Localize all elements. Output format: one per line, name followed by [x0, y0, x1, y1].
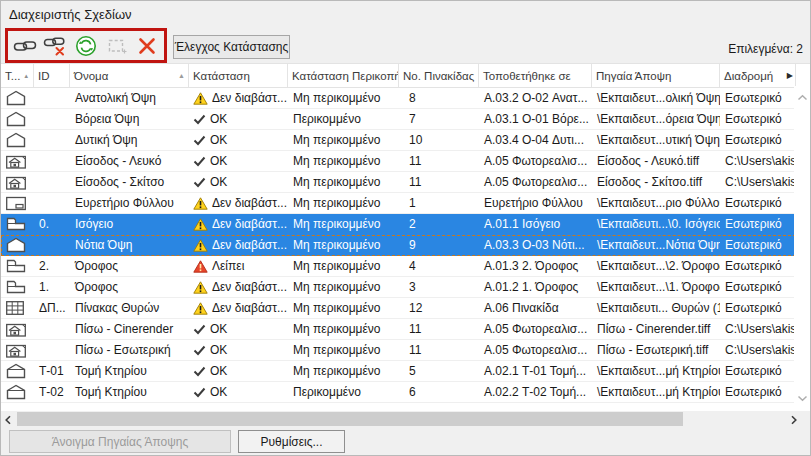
- cell-id: [34, 235, 70, 255]
- column-header-name[interactable]: Όνομα ▲: [70, 64, 189, 87]
- cell-placed-on: A.03.2 O-02 Ανατ...: [479, 88, 592, 108]
- chevron-up-icon[interactable]: [797, 90, 808, 104]
- crop-drawing-button[interactable]: [103, 33, 131, 59]
- ok-status-icon: [193, 156, 206, 167]
- delete-drawing-button[interactable]: [133, 33, 161, 59]
- cell-layout-number: 11: [399, 172, 479, 192]
- cell-name: Τομή Κτηρίου: [70, 361, 189, 381]
- cell-name: Όροφος: [70, 277, 189, 297]
- cell-status: Δεν διαβάστ...: [189, 235, 288, 255]
- cell-status: Δεν διαβάστ...: [189, 298, 288, 318]
- update-drawing-button[interactable]: [72, 33, 100, 59]
- sort-ascending-icon: ▲: [178, 72, 185, 79]
- table-row[interactable]: Είσοδος - Λευκό OK Μη περικομμένο 11 A.0…: [1, 151, 796, 172]
- cell-placed-on: A.01.3 2. Όροφος: [479, 256, 592, 276]
- layout-icon: [5, 195, 27, 211]
- column-header-id[interactable]: ID: [34, 64, 70, 87]
- column-header-type[interactable]: Τ... ▲▲: [1, 64, 34, 87]
- cell-status: OK: [189, 109, 288, 129]
- cell-layout-number: 7: [399, 109, 479, 129]
- horizontal-scrollbar-thumb[interactable]: [17, 412, 683, 426]
- cell-crop-status: Μη περικομμένο: [288, 235, 399, 255]
- missing-status-icon: [193, 260, 208, 273]
- table-row[interactable]: Τ-01 Τομή Κτηρίου OK Μη περικομμένο 5 A.…: [1, 361, 796, 382]
- elevation-icon: [5, 90, 27, 106]
- column-header-layout-number[interactable]: Νο. Πινακίδας: [399, 64, 479, 87]
- column-scroll-right-icon[interactable]: ▶: [787, 72, 793, 80]
- cell-id: [34, 340, 70, 360]
- warning-status-icon: [193, 302, 208, 315]
- cell-path: Εσωτερικό: [720, 130, 796, 150]
- cell-status: OK: [189, 340, 288, 360]
- drawing-table: Τ... ▲▲ ID Όνομα ▲ Κατάσταση Κατάσταση Π…: [1, 63, 811, 412]
- check-status-button[interactable]: Έλεγχος Κατάστασης: [173, 35, 290, 59]
- section-icon: [5, 384, 27, 400]
- unlink-drawing-button[interactable]: [41, 33, 69, 59]
- column-header-crop-status[interactable]: Κατάσταση Περικοπής: [288, 64, 399, 87]
- cell-status: OK: [189, 172, 288, 192]
- cell-layout-number: 2: [399, 214, 479, 234]
- cell-id: 1.: [34, 277, 70, 297]
- cell-path: Εσωτερικό: [720, 298, 796, 318]
- cell-layout-number: 3: [399, 277, 479, 297]
- column-header-source-view[interactable]: Πηγαία Άποψη: [592, 64, 720, 87]
- cell-name: Πίνακας Θυρών: [70, 298, 189, 318]
- image-icon: [5, 153, 27, 170]
- table-row[interactable]: Είσοδος - Σκίτσο OK Μη περικομμένο 11 A.…: [1, 172, 796, 193]
- cell-source-view: \Εκπαιδευτ...υτική Όψη: [592, 130, 720, 150]
- cell-layout-number: 11: [399, 151, 479, 171]
- warning-status-icon: [193, 239, 208, 252]
- table-row[interactable]: Πίσω - Εσωτερική OK Μη περικομμένο 11 A.…: [1, 340, 796, 361]
- cell-placed-on: A.03.1 O-01 Βόρε...: [479, 109, 592, 129]
- sort-ascending-icon: ▲: [23, 73, 29, 79]
- chevron-right-icon[interactable]: [790, 414, 798, 428]
- open-source-view-button[interactable]: Άνοιγμα Πηγαίας Άποψης: [9, 430, 231, 453]
- cell-source-view: Είσοδος - Σκίτσο.tiff: [592, 172, 720, 192]
- ok-status-icon: [193, 177, 206, 188]
- cell-path: Εσωτερικό: [720, 109, 796, 129]
- red-annotation-box: [5, 28, 167, 63]
- cell-status: Δεν διαβάστ...: [189, 277, 288, 297]
- cell-placed-on: A.01.2 1. Όροφος: [479, 277, 592, 297]
- cell-placed-on: A.05 Φωτορεαλισ...: [479, 151, 592, 171]
- column-header-placed-on[interactable]: Τοποθετήθηκε σε: [479, 64, 592, 87]
- table-row[interactable]: Νότια Όψη Δεν διαβάστ... Μη περικομμένο …: [1, 235, 796, 256]
- cell-path: Εσωτερικό: [720, 277, 796, 297]
- column-header-path[interactable]: Διαδρομή ▶: [720, 64, 796, 87]
- cell-status: OK: [189, 382, 288, 402]
- cell-crop-status: Μη περικομμένο: [288, 151, 399, 171]
- table-row[interactable]: Ανατολική Όψη Δεν διαβάστ... Μη περικομμ…: [1, 88, 796, 109]
- table-row[interactable]: 2. Όροφος Λείπει Μη περικομμένο 4 A.01.3…: [1, 256, 796, 277]
- table-row[interactable]: 0. Ισόγειο Δεν διαβάστ... Μη περικομμένο…: [1, 214, 796, 235]
- cell-path: C:\Users\akis: [720, 151, 796, 171]
- chevron-left-icon[interactable]: [4, 414, 12, 428]
- table-row[interactable]: Πίσω - Cinerender OK Μη περικομμένο 11 A…: [1, 319, 796, 340]
- warning-status-icon: [193, 197, 208, 210]
- cell-placed-on: A.03.4 O-04 Δυτι...: [479, 130, 592, 150]
- chevron-down-icon[interactable]: [797, 391, 808, 405]
- cell-name: Βόρεια Όψη: [70, 109, 189, 129]
- table-row[interactable]: 1. Όροφος Δεν διαβάστ... Μη περικομμένο …: [1, 277, 796, 298]
- warning-status-icon: [193, 218, 208, 231]
- cell-crop-status: Μη περικομμένο: [288, 298, 399, 318]
- link-drawing-button[interactable]: [11, 33, 39, 59]
- table-row[interactable]: ΔΠ... Πίνακας Θυρών Δεν διαβάστ... Μη πε…: [1, 298, 796, 319]
- settings-button[interactable]: Ρυθμίσεις...: [238, 430, 345, 453]
- cell-id: Τ-01: [34, 361, 70, 381]
- cell-placed-on: A.03.3 O-03 Νότι...: [479, 235, 592, 255]
- cell-status: Δεν διαβάστ...: [189, 88, 288, 108]
- cell-layout-number: 5: [399, 361, 479, 381]
- horizontal-scrollbar[interactable]: [1, 411, 811, 427]
- cell-crop-status: Μη περικομμένο: [288, 130, 399, 150]
- vertical-scrollbar[interactable]: [794, 86, 810, 409]
- cell-id: ΔΠ...: [34, 298, 70, 318]
- table-row[interactable]: Τ-02 Τομή Κτηρίου OK Περικομμένο 6 A.02.…: [1, 382, 796, 403]
- drawing-manager-window: Διαχειριστής Σχεδίων Έλεγχος Κατάστασης …: [0, 0, 811, 456]
- cell-crop-status: Μη περικομμένο: [288, 172, 399, 192]
- table-row[interactable]: Βόρεια Όψη OK Περικομμένο 7 A.03.1 O-01 …: [1, 109, 796, 130]
- column-header-status[interactable]: Κατάσταση: [189, 64, 288, 87]
- selected-count-label: Επιλεγμένα: 2: [728, 42, 803, 56]
- table-row[interactable]: Δυτική Όψη OK Μη περικομμένο 10 A.03.4 O…: [1, 130, 796, 151]
- table-row[interactable]: Ευρετήριο Φύλλου Δεν διαβάστ... Μη περικ…: [1, 193, 796, 214]
- cell-name: Ευρετήριο Φύλλου: [70, 193, 189, 213]
